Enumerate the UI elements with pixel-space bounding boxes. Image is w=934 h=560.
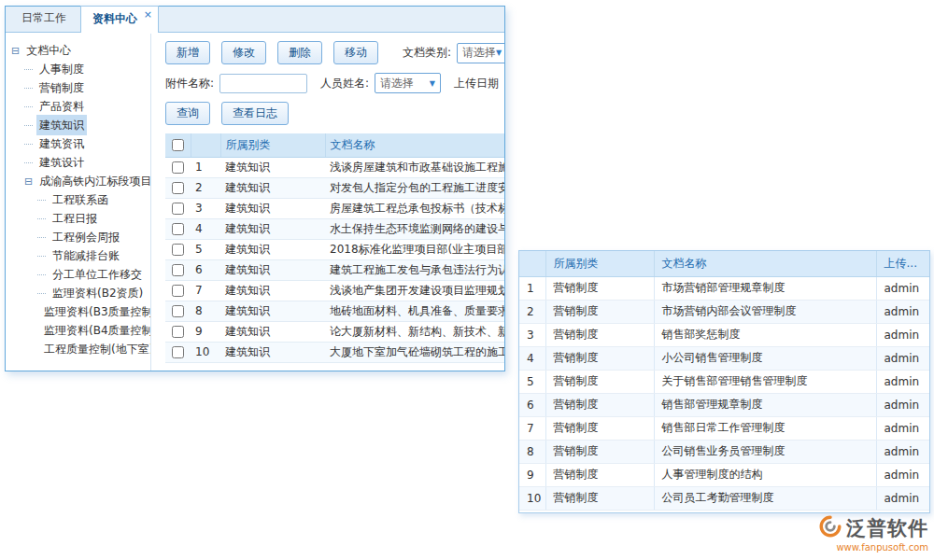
close-icon[interactable]: × (144, 8, 152, 21)
move-button[interactable]: 移动 (333, 41, 378, 64)
row-checkbox[interactable] (172, 244, 184, 256)
row-category: 建筑知识 (220, 259, 325, 280)
view-log-button[interactable]: 查看日志 (221, 102, 289, 125)
row-uploader: admin (876, 323, 930, 346)
row-checkbox[interactable] (172, 326, 184, 338)
row-docname: 人事管理制度的结构 (654, 463, 876, 486)
tab-daily-work[interactable]: 日常工作 (9, 5, 78, 32)
row-checkbox[interactable] (172, 305, 184, 317)
row-uploader: admin (876, 346, 930, 370)
table-row[interactable]: 7营销制度销售部日常工作管理制度admin (519, 416, 930, 440)
table-header-row: 所属别类 文档名称 (165, 133, 504, 157)
tree-item-文档中心[interactable]: ⊟文档中心 (6, 41, 150, 60)
category-column-header: 所属别类 (220, 133, 325, 157)
modify-button[interactable]: 修改 (221, 41, 266, 64)
tree-item-产品资料[interactable]: 产品资料 (6, 97, 150, 116)
main-table-body: 1建筑知识浅谈房屋建筑和市政基础设施工程施工...2建筑知识对发包人指定分包的工… (165, 157, 504, 362)
brand-url: www.fanpusoft.com (818, 542, 928, 553)
table-row[interactable]: 2建筑知识对发包人指定分包的工程施工进度安排... (165, 177, 504, 198)
table-row[interactable]: 8建筑知识地砖地面材料、机具准备、质量要求及... (165, 301, 504, 321)
tree-item-建筑资讯[interactable]: 建筑资讯 (6, 134, 150, 153)
tab-data-center[interactable]: 资料中心 × (80, 6, 159, 33)
collapse-icon[interactable]: ⊟ (24, 176, 33, 187)
row-checkbox[interactable] (172, 285, 184, 297)
marketing-docs-window: 所属别类 文档名称 上传... 1营销制度市场营销部管理规章制度admin2营销… (518, 250, 930, 513)
row-checkbox[interactable] (172, 346, 184, 358)
table-row[interactable]: 5建筑知识2018标准化监理项目部(业主项目部)人员... (165, 239, 504, 259)
person-name-select[interactable]: 请选择 ▼ (375, 73, 441, 93)
table-row[interactable]: 10建筑知识大厦地下室加气砼墙砌筑工程的施工方... (165, 342, 504, 362)
tree-item-人事制度[interactable]: 人事制度 (6, 60, 150, 78)
row-number: 4 (519, 346, 545, 370)
row-docname: 市场营销内部会议管理制度 (654, 300, 876, 323)
table-row[interactable]: 3建筑知识房屋建筑工程总承包投标书（技术标）... (165, 198, 504, 218)
table-row[interactable]: 4建筑知识水土保持生态环境监测网络的建设与资... (165, 218, 504, 239)
row-checkbox[interactable] (172, 223, 184, 235)
row-number: 1 (519, 276, 545, 300)
row-uploader: admin (876, 486, 930, 510)
row-docname: 销售部日常工作管理制度 (654, 416, 876, 440)
row-checkbox[interactable] (172, 203, 184, 215)
row-docname: 关于销售部管理销售管理制度 (654, 370, 876, 393)
collapse-icon[interactable]: ⊟ (11, 46, 20, 56)
tab-label: 资料中心 (92, 12, 137, 25)
table-row[interactable]: 2营销制度市场营销内部会议管理制度admin (519, 300, 930, 323)
delete-button[interactable]: 删除 (277, 41, 322, 64)
tree-connector (24, 106, 33, 107)
tree-connector (24, 144, 33, 145)
row-docname: 销售部奖惩制度 (654, 323, 876, 346)
table-row[interactable]: 6营销制度销售部管理规章制度admin (519, 393, 930, 416)
table-row[interactable]: 8营销制度公司销售业务员管理制度admin (519, 440, 930, 463)
table-row[interactable]: 1建筑知识浅谈房屋建筑和市政基础设施工程施工... (165, 157, 504, 177)
tree-item-营销制度[interactable]: 营销制度 (6, 78, 150, 97)
tree-connector (37, 200, 46, 201)
query-button[interactable]: 查询 (165, 102, 210, 125)
row-checkbox[interactable] (172, 161, 184, 174)
toolbar-row-actions: 新增 修改 删除 移动 文档类别: 请选择 ▼ 文档 (165, 41, 504, 64)
add-button[interactable]: 新增 (165, 41, 210, 64)
row-number: 2 (519, 300, 545, 323)
attachment-name-input[interactable] (219, 74, 307, 93)
table-row[interactable]: 10营销制度公司员工考勤管理制度admin (519, 486, 930, 510)
tree-item-工程质量控制(地下室)[interactable]: 工程质量控制(地下室) (6, 340, 150, 358)
doc-category-select[interactable]: 请选择 ▼ (457, 43, 504, 63)
tree-item-监理资料(B4质量控制)[interactable]: 监理资料(B4质量控制) (6, 321, 150, 340)
row-docname: 论大厦新材料、新结构、新技术、新工... (325, 321, 504, 342)
tree-item-分工单位工作移交[interactable]: 分工单位工作移交 (6, 265, 150, 284)
window-body: ⊟文档中心人事制度营销制度产品资料建筑知识建筑资讯建筑设计⊟成渝高铁内江标段项目… (6, 34, 504, 371)
row-number: 6 (191, 259, 220, 280)
select-all-checkbox[interactable] (172, 139, 184, 151)
tree-item-建筑设计[interactable]: 建筑设计 (6, 153, 150, 172)
tree-item-监理资料(B3质量控制)[interactable]: 监理资料(B3质量控制) (6, 302, 150, 321)
table-row[interactable]: 9建筑知识论大厦新材料、新结构、新技术、新工... (165, 321, 504, 342)
table-row[interactable]: 6建筑知识建筑工程施工发包与承包违法行为认定... (165, 259, 504, 280)
table-row[interactable]: 9营销制度人事管理制度的结构admin (519, 463, 930, 486)
tree-item-工程联系函[interactable]: 工程联系函 (6, 190, 150, 209)
tree-item-工程例会周报[interactable]: 工程例会周报 (6, 228, 150, 246)
row-category: 营销制度 (545, 323, 654, 346)
table-row[interactable]: 5营销制度关于销售部管理销售管理制度admin (519, 370, 930, 393)
row-checkbox[interactable] (172, 182, 184, 194)
tree-item-工程日报[interactable]: 工程日报 (6, 209, 150, 228)
tree-item-监理资料(B2资质)[interactable]: 监理资料(B2资质) (6, 284, 150, 302)
content-panel: 新增 修改 删除 移动 文档类别: 请选择 ▼ 文档 附件名称: 人员姓名: 请… (152, 34, 504, 371)
tree-item-label: 文档中心 (23, 40, 74, 61)
row-number: 8 (519, 440, 545, 463)
table-row[interactable]: 4营销制度小公司销售管理制度admin (519, 346, 930, 370)
row-docname: 2018标准化监理项目部(业主项目部)人员... (325, 239, 504, 259)
table-row[interactable]: 7建筑知识浅谈地产集团开发建设项目监理规划编... (165, 280, 504, 301)
tree-item-建筑知识[interactable]: 建筑知识 (6, 116, 150, 134)
row-category: 营销制度 (545, 300, 654, 323)
tree-item-label: 工程例会周报 (50, 227, 122, 247)
tree-item-节能减排台账[interactable]: 节能减排台账 (6, 246, 150, 265)
table-row[interactable]: 3营销制度销售部奖惩制度admin (519, 323, 930, 346)
row-category: 建筑知识 (220, 239, 325, 259)
table-row[interactable]: 1营销制度市场营销部管理规章制度admin (519, 276, 930, 300)
row-docname: 小公司销售管理制度 (654, 346, 876, 370)
tree-item-label: 产品资料 (36, 96, 87, 117)
row-checkbox[interactable] (172, 264, 184, 276)
number-column-header (191, 133, 220, 157)
document-center-window: 日常工作 资料中心 × ⊟文档中心人事制度营销制度产品资料建筑知识建筑资讯建筑设… (5, 6, 505, 371)
tree-item-成渝高铁内江标段项目[interactable]: ⊟成渝高铁内江标段项目 (6, 172, 150, 190)
row-uploader: admin (876, 416, 930, 440)
